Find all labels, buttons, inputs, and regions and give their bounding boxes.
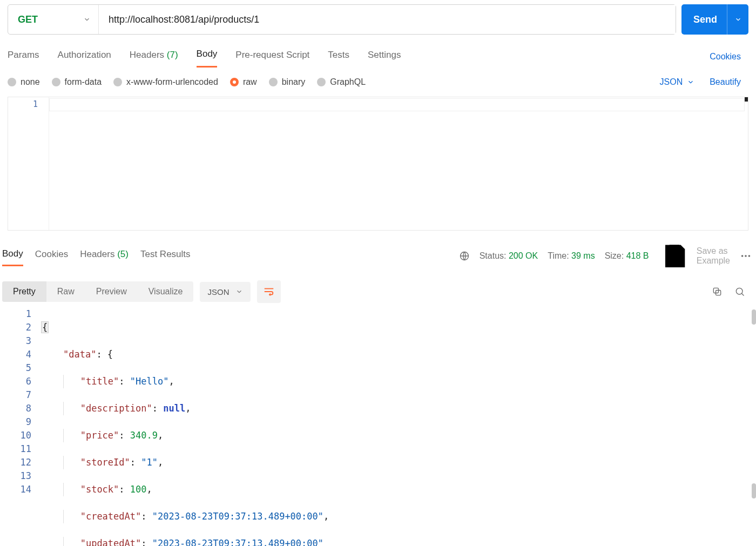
radio-graphql-label: GraphQL [330, 77, 366, 87]
response-view-group: Pretty Raw Preview Visualize [2, 281, 193, 302]
code-brace: { [41, 321, 49, 333]
chevron-down-icon [83, 16, 91, 23]
size-label: Size: [605, 251, 624, 260]
code-key: "description" [80, 403, 152, 414]
response-body-viewer[interactable]: 1 2 3 4 5 6 7 8 9 10 11 12 13 14 { "data… [0, 307, 756, 546]
code-brace: { [107, 349, 113, 360]
code-string: "Hello" [130, 376, 169, 387]
send-button-label: Send [693, 14, 727, 25]
code-string: "1" [141, 457, 158, 468]
minimap-marker [745, 97, 748, 102]
scrollbar-thumb[interactable] [752, 309, 756, 325]
svg-point-2 [741, 255, 744, 257]
radio-urlencoded[interactable]: x-www-form-urlencoded [113, 77, 218, 87]
body-type-row: none form-data x-www-form-urlencoded raw… [8, 77, 748, 87]
view-pretty[interactable]: Pretty [2, 281, 46, 302]
tab-headers-label: Headers [130, 50, 164, 60]
gutter-line-number: 6 [0, 375, 31, 388]
code-key: "title" [80, 376, 119, 387]
request-tabs: Params Authorization Headers (7) Body Pr… [8, 45, 748, 68]
raw-format-select[interactable]: JSON [660, 77, 695, 87]
tab-prerequest[interactable]: Pre-request Script [235, 46, 309, 67]
resp-tab-body[interactable]: Body [2, 246, 23, 266]
radio-form-data[interactable]: form-data [52, 77, 102, 87]
code-string: "2023-08-23T09:37:13.489+00:00" [152, 511, 323, 522]
tab-body[interactable]: Body [197, 45, 218, 68]
search-response-button[interactable] [734, 286, 745, 297]
copy-response-button[interactable] [712, 286, 723, 297]
radio-dot-icon [230, 78, 239, 86]
radio-graphql[interactable]: GraphQL [317, 77, 366, 87]
beautify-button[interactable]: Beautify [710, 77, 741, 87]
editor-gutter: 1 [8, 97, 49, 230]
tab-authorization[interactable]: Authorization [58, 46, 111, 67]
resp-tab-headers-count: (5) [117, 249, 129, 259]
http-method-label: GET [18, 14, 38, 25]
gutter-line-number: 9 [0, 415, 31, 429]
gutter-line-number: 8 [0, 402, 31, 415]
code-key: "price" [80, 430, 119, 441]
radio-none-label: none [21, 77, 40, 87]
status-value: 200 OK [509, 251, 538, 260]
radio-binary[interactable]: binary [269, 77, 306, 87]
svg-point-4 [748, 255, 751, 257]
save-icon [658, 239, 692, 273]
url-input[interactable] [99, 5, 676, 34]
response-panel: Body Cookies Headers (5) Test Results St… [0, 232, 756, 546]
request-bar: GET Send [8, 4, 748, 35]
svg-point-8 [736, 288, 742, 295]
save-as-example-button[interactable]: Save as Example [658, 239, 730, 273]
gutter-line-number: 4 [0, 348, 31, 361]
globe-icon[interactable] [459, 251, 470, 261]
cookies-link[interactable]: Cookies [710, 52, 741, 62]
response-scrollbar[interactable] [752, 309, 756, 325]
gutter-line-number: 1 [0, 307, 31, 321]
code-key: "updatedAt" [80, 538, 141, 546]
view-preview[interactable]: Preview [85, 281, 138, 302]
http-method-select[interactable]: GET [8, 5, 99, 34]
scrollbar-thumb[interactable] [752, 483, 756, 498]
resp-tab-cookies[interactable]: Cookies [35, 247, 68, 265]
tab-settings[interactable]: Settings [368, 46, 401, 67]
resp-tab-headers[interactable]: Headers (5) [80, 247, 129, 265]
radio-urlencoded-label: x-www-form-urlencoded [126, 77, 218, 87]
radio-dot-icon [52, 78, 60, 86]
send-button[interactable]: Send [681, 4, 748, 35]
chevron-down-icon [235, 288, 243, 295]
resp-tab-testresults[interactable]: Test Results [140, 247, 191, 265]
raw-format-label: JSON [660, 77, 683, 87]
svg-line-9 [741, 294, 744, 296]
time-label: Time: [548, 251, 569, 260]
response-code: { "data": { "title": "Hello", "descripti… [41, 307, 756, 546]
gutter-line-number: 12 [0, 456, 31, 469]
wrap-icon [263, 286, 275, 298]
response-gutter: 1 2 3 4 5 6 7 8 9 10 11 12 13 14 [0, 307, 41, 546]
save-as-example-label: Save as Example [697, 246, 730, 266]
more-actions-button[interactable] [740, 250, 752, 262]
url-box: GET [8, 4, 676, 35]
code-null: null [163, 403, 185, 414]
tab-headers[interactable]: Headers (7) [130, 46, 178, 67]
response-format-label: JSON [207, 287, 229, 296]
send-split-button[interactable] [727, 4, 748, 35]
gutter-line-number: 10 [0, 429, 31, 442]
tab-tests[interactable]: Tests [328, 46, 349, 67]
code-number: 340.9 [130, 430, 158, 441]
radio-raw[interactable]: raw [230, 77, 257, 87]
radio-none[interactable]: none [8, 77, 40, 87]
request-body-editor[interactable]: 1 [8, 97, 748, 231]
chevron-down-icon [687, 78, 694, 86]
svg-rect-1 [670, 258, 681, 266]
response-format-select[interactable]: JSON [200, 282, 251, 302]
code-string: "2023-08-23T09:37:13.489+00:00" [152, 538, 323, 546]
code-key: "createdAt" [80, 511, 141, 522]
tab-params[interactable]: Params [8, 46, 39, 67]
editor-active-line [49, 98, 745, 111]
view-visualize[interactable]: Visualize [138, 281, 194, 302]
response-tabs: Body Cookies Headers (5) Test Results St… [0, 232, 756, 273]
radio-binary-label: binary [282, 77, 306, 87]
view-raw[interactable]: Raw [46, 281, 85, 302]
gutter-line-number: 1 [8, 99, 38, 109]
wrap-lines-button[interactable] [257, 280, 281, 303]
gutter-line-number: 5 [0, 361, 31, 375]
